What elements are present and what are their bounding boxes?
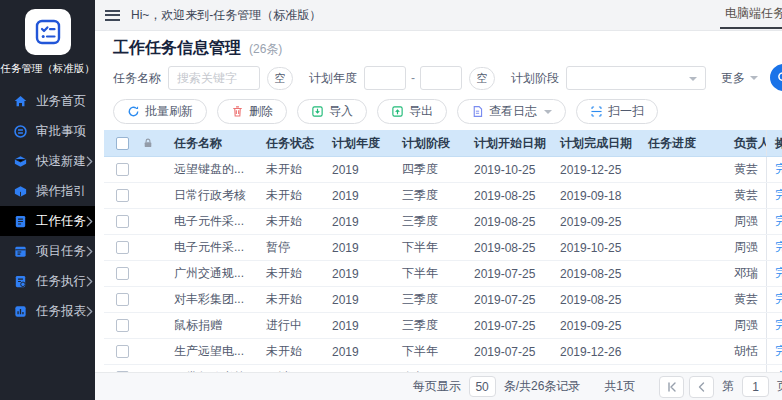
complete-task-link[interactable]: 完成 bbox=[775, 239, 782, 256]
cell-plan-year: 2019 bbox=[324, 241, 394, 255]
table-row: 生产远望电...未开始2019下半年2019-07-252019-12-26胡恬… bbox=[104, 339, 782, 365]
page-prefix-label: 第 bbox=[722, 378, 734, 395]
sidebar-item-task-execution[interactable]: 任务执行 bbox=[0, 266, 95, 296]
column-header-action: 操作 bbox=[766, 130, 782, 156]
complete-task-link[interactable]: 完成 bbox=[775, 161, 782, 178]
hamburger-menu-icon[interactable] bbox=[105, 10, 120, 21]
more-filters-label: 更多 bbox=[721, 70, 745, 87]
sidebar-item-label: 工作任务 bbox=[36, 213, 86, 230]
column-header-owner: 负责人 bbox=[726, 135, 766, 152]
table-row: 电子元件采...未开始2019三季度2019-08-252019-09-25周强… bbox=[104, 209, 782, 235]
complete-task-link[interactable]: 完成 bbox=[775, 291, 782, 308]
current-page-input[interactable] bbox=[742, 376, 769, 397]
sidebar-item-label: 操作指引 bbox=[36, 183, 86, 200]
sidebar-item-task-reports[interactable]: 任务报表 bbox=[0, 296, 95, 326]
plan-year-to-input[interactable] bbox=[420, 66, 462, 90]
toolbar-button-label: 查看日志 bbox=[489, 103, 537, 120]
cell-task-name[interactable]: 日常行政考核 bbox=[166, 187, 258, 204]
table-row: 电子元件采...暂停2019下半年2019-08-252019-10-25周强完… bbox=[104, 235, 782, 261]
cell-task-name[interactable]: 生产远望电... bbox=[166, 343, 258, 360]
log-icon bbox=[471, 105, 484, 118]
toolbar-button-label: 扫一扫 bbox=[608, 103, 644, 120]
select-all-checkbox[interactable] bbox=[116, 137, 129, 150]
export-icon bbox=[391, 105, 404, 118]
row-checkbox[interactable] bbox=[116, 293, 129, 306]
scan-button[interactable]: 扫一扫 bbox=[576, 99, 658, 124]
complete-task-link[interactable]: 完成 bbox=[775, 187, 782, 204]
prev-page-button[interactable] bbox=[689, 376, 714, 398]
column-header-end: 计划完成日期 bbox=[552, 135, 640, 152]
cell-task-status: 未开始 bbox=[258, 187, 324, 204]
sidebar-item-guide[interactable]: 操作指引 bbox=[0, 176, 95, 206]
lock-icon bbox=[142, 137, 154, 149]
complete-task-link[interactable]: 完成 bbox=[775, 343, 782, 360]
tab-pc-task[interactable]: 电脑端任务 bbox=[720, 0, 782, 29]
per-page-input[interactable] bbox=[469, 376, 496, 397]
toolbar-button-label: 导出 bbox=[409, 103, 433, 120]
task-table: 任务名称任务状态计划年度计划阶段计划开始日期计划完成日期任务进度负责人操作远望键… bbox=[104, 130, 782, 391]
cell-task-name[interactable]: 对丰彩集团... bbox=[166, 291, 258, 308]
row-checkbox[interactable] bbox=[116, 163, 129, 176]
cell-plan-stage: 三季度 bbox=[394, 317, 466, 334]
plan-year-from-input[interactable] bbox=[364, 66, 406, 90]
app-title: 任务管理（标准版） bbox=[0, 62, 95, 76]
import-icon bbox=[311, 105, 324, 118]
row-checkbox[interactable] bbox=[116, 241, 129, 254]
complete-task-link[interactable]: 完成 bbox=[775, 213, 782, 230]
row-select-cell bbox=[104, 189, 140, 202]
row-select-cell bbox=[104, 345, 140, 358]
more-filters-button[interactable]: 更多 bbox=[721, 70, 758, 87]
top-header-bar: Hi~，欢迎来到-任务管理（标准版） 电脑端任务 bbox=[95, 0, 782, 31]
row-checkbox[interactable] bbox=[116, 319, 129, 332]
cell-end-date: 2019-12-26 bbox=[552, 345, 640, 359]
cell-plan-year: 2019 bbox=[324, 319, 394, 333]
sidebar-item-quick-create[interactable]: 快速新建 bbox=[0, 146, 95, 176]
cell-plan-stage: 三季度 bbox=[394, 213, 466, 230]
cell-owner: 邓瑞 bbox=[726, 265, 766, 282]
trash-icon bbox=[231, 105, 244, 118]
task-checklist-logo-icon bbox=[25, 9, 71, 55]
cell-plan-year: 2019 bbox=[324, 215, 394, 229]
chevron-right-icon bbox=[86, 306, 93, 317]
cell-plan-stage: 下半年 bbox=[394, 239, 466, 256]
scan-icon bbox=[590, 105, 603, 118]
view-log-button[interactable]: 查看日志 bbox=[457, 99, 566, 124]
first-page-button[interactable] bbox=[659, 376, 684, 398]
cell-task-status: 未开始 bbox=[258, 213, 324, 230]
complete-task-link[interactable]: 完成 bbox=[775, 265, 782, 282]
export-button[interactable]: 导出 bbox=[377, 99, 447, 124]
cell-task-name[interactable]: 鼠标捐赠 bbox=[166, 317, 258, 334]
row-checkbox[interactable] bbox=[116, 267, 129, 280]
sidebar-item-home[interactable]: 业务首页 bbox=[0, 86, 95, 116]
column-header-stage: 计划阶段 bbox=[394, 135, 466, 152]
search-button[interactable] bbox=[770, 64, 782, 91]
cell-task-name[interactable]: 电子元件采... bbox=[166, 213, 258, 230]
cell-actions: 完成 bbox=[766, 209, 782, 234]
row-select-cell bbox=[104, 163, 140, 176]
cell-end-date: 2019-09-25 bbox=[552, 319, 640, 333]
sidebar-item-work-tasks[interactable]: 工作任务 bbox=[0, 206, 95, 236]
table-row: 远望键盘的...未开始2019四季度2019-10-252019-12-25黄芸… bbox=[104, 157, 782, 183]
batch-refresh-button[interactable]: 批量刷新 bbox=[113, 99, 207, 124]
page-title: 工作任务信息管理 bbox=[113, 39, 241, 57]
row-checkbox[interactable] bbox=[116, 189, 129, 202]
work-task-icon bbox=[13, 214, 28, 229]
cell-task-name[interactable]: 广州交通规... bbox=[166, 265, 258, 282]
sidebar-item-project-tasks[interactable]: 项目任务 bbox=[0, 236, 95, 266]
cell-task-name[interactable]: 电子元件采... bbox=[166, 239, 258, 256]
filter-bar: 任务名称 空 计划年度 - 空 计划阶段 更多 bbox=[113, 65, 782, 91]
cell-actions: 完成 bbox=[766, 157, 782, 182]
complete-task-link[interactable]: 完成 bbox=[775, 317, 782, 334]
plan-stage-select[interactable] bbox=[566, 66, 706, 90]
task-name-input[interactable] bbox=[168, 66, 260, 90]
sidebar-item-label: 快速新建 bbox=[36, 153, 86, 170]
clear-task-name-button[interactable]: 空 bbox=[267, 67, 293, 90]
row-checkbox[interactable] bbox=[116, 345, 129, 358]
sidebar-item-approvals[interactable]: 审批事项 bbox=[0, 116, 95, 146]
clear-plan-year-button[interactable]: 空 bbox=[469, 67, 495, 90]
import-button[interactable]: 导入 bbox=[297, 99, 367, 124]
cell-owner: 黄芸 bbox=[726, 161, 766, 178]
cell-task-name[interactable]: 远望键盘的... bbox=[166, 161, 258, 178]
row-checkbox[interactable] bbox=[116, 215, 129, 228]
delete-button[interactable]: 删除 bbox=[217, 99, 287, 124]
